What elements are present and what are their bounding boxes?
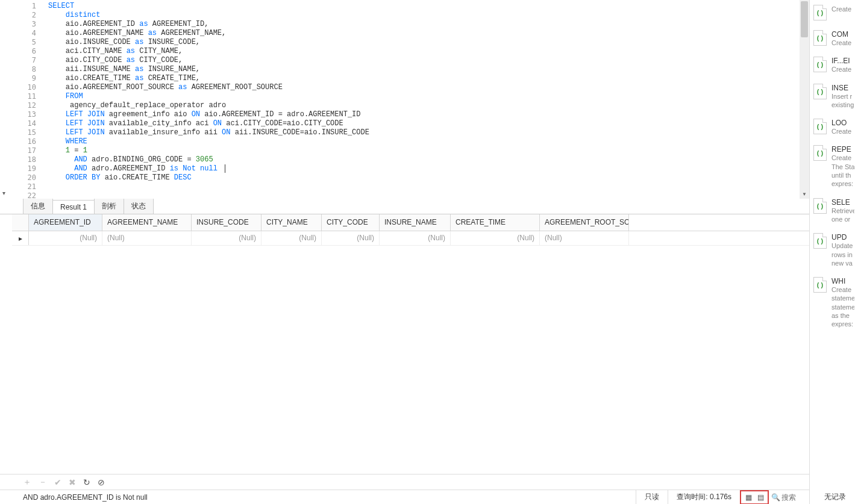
snippet-item[interactable]: ( )Create (810, 0, 858, 25)
snippet-title: LOO (831, 119, 851, 127)
snippet-icon: ( ) (813, 233, 827, 249)
table-cell[interactable]: (Null) (102, 231, 192, 245)
snippets-panel: ( )Create( )COMCreate( )IF...EICreate( )… (810, 0, 858, 504)
snippet-title: WHI (831, 277, 854, 285)
snippet-item[interactable]: ( )UPDUpdaterows innew va (810, 228, 858, 272)
snippet-desc: Create (831, 127, 851, 135)
status-readonly: 只读 (636, 490, 668, 504)
table-cell[interactable]: (Null) (192, 231, 261, 245)
snippet-icon: ( ) (813, 57, 827, 72)
editor-collapse-icon[interactable]: ▾ (2, 190, 5, 196)
snippet-desc: Create (831, 65, 851, 73)
column-header[interactable]: AGREEMENT_NAME (102, 214, 192, 231)
snippet-title: INSE (831, 84, 854, 92)
add-row-button[interactable]: ＋ (23, 477, 31, 488)
search-input[interactable] (781, 493, 806, 502)
snippet-title: IF...EI (831, 57, 851, 65)
snippet-desc: Createstatemestatemeas theexpres: (831, 285, 854, 328)
column-header[interactable]: AGREEMENT_ID (29, 214, 102, 231)
column-header[interactable]: INSURE_CODE (192, 214, 261, 231)
status-query-time: 查询时间: 0.176s (668, 490, 740, 504)
snippet-item[interactable]: ( )COMCreate (810, 25, 858, 52)
stop-button[interactable]: ⊘ (98, 478, 105, 487)
code-content[interactable]: SELECT distinct aio.AGREEMENT_ID as AGRE… (48, 2, 797, 182)
result-tabs: 信息Result 1剖析状态 (0, 199, 809, 214)
snippet-title: UPD (831, 233, 853, 241)
snippet-item[interactable]: ( )IF...EICreate (810, 52, 858, 78)
scroll-down-icon[interactable]: ▼ (800, 189, 809, 199)
table-cell[interactable]: (Null) (540, 231, 629, 245)
snippet-desc: CreateThe Stauntil thexpres: (831, 154, 854, 188)
column-header[interactable]: CITY_NAME (261, 214, 322, 231)
cancel-button[interactable]: ✖ (69, 478, 76, 487)
tab-result-1[interactable]: Result 1 (52, 200, 95, 214)
status-record: 无记录 (816, 490, 854, 504)
column-header[interactable]: AGREEMENT_ROOT_SOU (540, 214, 629, 231)
grid-view-button[interactable]: ▦ (744, 493, 753, 502)
column-header[interactable]: INSURE_NAME (380, 214, 451, 231)
snippet-icon: ( ) (813, 84, 827, 99)
scroll-thumb[interactable] (801, 1, 808, 37)
table-cell[interactable]: (Null) (322, 231, 380, 245)
refresh-button[interactable]: ↻ (83, 478, 90, 487)
snippet-desc: Retrieveone or (831, 207, 854, 224)
snippet-item[interactable]: ( )WHICreatestatemestatemeas theexpres: (810, 272, 858, 333)
view-mode-toggle: ▦ ▤ (740, 490, 769, 505)
snippet-title: REPE (831, 145, 854, 154)
snippet-desc: Create (831, 5, 851, 13)
snippet-icon: ( ) (813, 145, 827, 161)
table-row[interactable]: ▸(Null)(Null)(Null)(Null)(Null)(Null)(Nu… (12, 231, 809, 246)
commit-button[interactable]: ✔ (54, 478, 61, 487)
tab-信息[interactable]: 信息 (23, 198, 53, 214)
table-cell[interactable]: (Null) (29, 231, 102, 245)
snippet-title: SELE (831, 198, 854, 207)
snippet-icon: ( ) (813, 277, 827, 293)
snippet-icon: ( ) (813, 5, 827, 20)
result-grid[interactable]: AGREEMENT_IDAGREEMENT_NAMEINSURE_CODECIT… (12, 214, 809, 474)
delete-row-button[interactable]: － (39, 477, 47, 488)
snippet-icon: ( ) (813, 30, 827, 46)
column-header[interactable]: CITY_CODE (322, 214, 380, 231)
table-cell[interactable]: (Null) (380, 231, 451, 245)
table-cell[interactable]: (Null) (261, 231, 322, 245)
snippet-item[interactable]: ( )SELERetrieveone or (810, 193, 858, 229)
snippet-item[interactable]: ( )INSEInsert rexisting (810, 79, 858, 114)
snippet-desc: Create (831, 39, 851, 47)
sql-editor[interactable]: ▾ 12345678910111213141516171819202122 SE… (0, 0, 809, 199)
snippet-title: COM (831, 30, 851, 39)
snippet-icon: ( ) (813, 198, 827, 214)
column-header[interactable]: CREATE_TIME (451, 214, 540, 231)
tab-状态[interactable]: 状态 (124, 198, 154, 214)
line-gutter: 12345678910111213141516171819202122 (12, 0, 41, 199)
search-icon: 🔍 (771, 493, 780, 502)
search-box: 🔍 (771, 493, 806, 502)
table-cell[interactable]: (Null) (451, 231, 540, 245)
tab-剖析[interactable]: 剖析 (94, 198, 124, 214)
status-text: AND adro.AGREEMENT_ID is Not null (23, 493, 148, 502)
snippet-desc: Updaterows innew va (831, 241, 853, 267)
snippet-desc: Insert rexisting (831, 92, 854, 110)
snippet-icon: ( ) (813, 119, 827, 134)
status-bar: AND adro.AGREEMENT_ID is Not null 只读 查询时… (0, 490, 809, 504)
snippet-item[interactable]: ( )REPECreateThe Stauntil thexpres: (810, 140, 858, 193)
grid-toolbar: ＋ － ✔ ✖ ↻ ⊘ (0, 474, 809, 490)
form-view-button[interactable]: ▤ (756, 493, 765, 502)
editor-scrollbar[interactable]: ▲ ▼ (800, 0, 809, 199)
snippet-item[interactable]: ( )LOOCreate (810, 114, 858, 140)
